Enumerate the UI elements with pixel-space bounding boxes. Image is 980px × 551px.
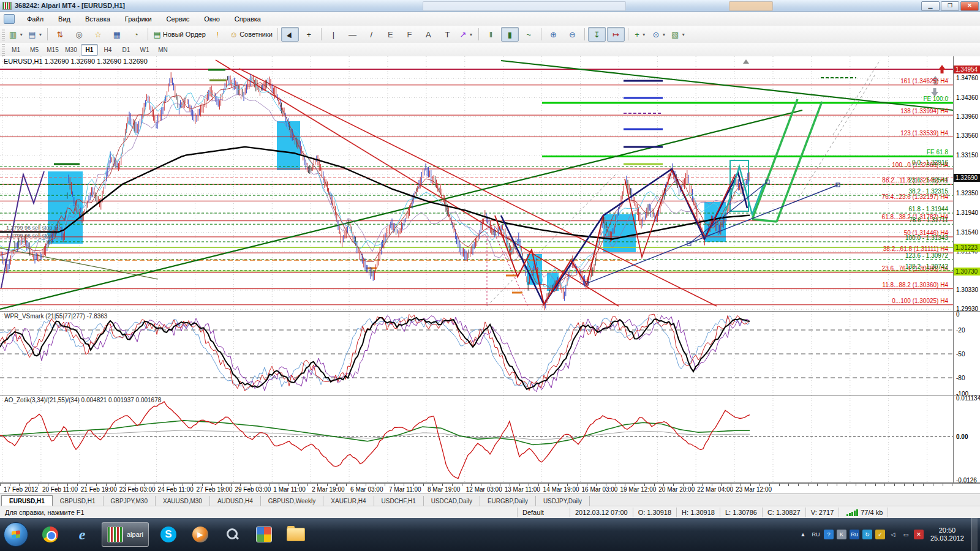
- ao-panel[interactable]: [0, 395, 953, 482]
- menu-Сервис[interactable]: Сервис: [159, 13, 197, 24]
- experts-button[interactable]: ☺Советники: [228, 27, 274, 42]
- tray-alert-icon[interactable]: ✕: [914, 530, 924, 539]
- maximize-button[interactable]: ❐: [941, 1, 959, 11]
- shift-button[interactable]: ↦: [607, 27, 625, 42]
- metaeditor-button[interactable]: !: [209, 27, 227, 42]
- wpr-panel[interactable]: [0, 312, 953, 395]
- new-chart-button[interactable]: ▥▼: [7, 27, 25, 42]
- horizontal-line-icon: —: [349, 30, 356, 39]
- bars-button[interactable]: ‖: [482, 27, 500, 42]
- trendline-button[interactable]: /: [363, 27, 380, 42]
- line-chart-button[interactable]: ~: [520, 27, 538, 42]
- market-watch-button[interactable]: ⇅: [51, 27, 69, 42]
- horizontal-line-button[interactable]: —: [344, 27, 361, 42]
- data-window-button[interactable]: ◎: [70, 27, 88, 42]
- price-chart[interactable]: 161 (1.34625) H4138 (1.33994) H4123 (1.3…: [0, 56, 953, 311]
- wpr-axis[interactable]: 0-20-50-80-100: [953, 312, 980, 395]
- status-profile[interactable]: Default: [518, 508, 570, 517]
- timeframe-M30[interactable]: M30: [62, 44, 80, 56]
- profiles-button[interactable]: ▤▼: [26, 27, 44, 42]
- timeframe-D1[interactable]: D1: [118, 44, 135, 56]
- timeframe-M1[interactable]: M1: [7, 44, 24, 56]
- tray-help-icon[interactable]: ?: [824, 530, 834, 539]
- start-button[interactable]: [4, 522, 28, 547]
- minimize-button[interactable]: ▁: [921, 1, 940, 11]
- taskbar-explorer[interactable]: [284, 523, 308, 546]
- candles-button[interactable]: ▮: [501, 27, 519, 42]
- tab-GBPJPY,M30[interactable]: GBPJPY,M30: [104, 496, 156, 506]
- svg-text:1.2799 96 sell stop: 1.2799 96 sell stop: [6, 225, 53, 231]
- time-axis[interactable]: 17 Feb 201220 Feb 11:0021 Feb 19:0023 Fe…: [0, 483, 980, 494]
- chart-tabs-bar: EURUSD,H1GBPUSD,H1GBPJPY,M30XAUUSD,M30AU…: [0, 493, 980, 506]
- tab-XAUEUR,H4[interactable]: XAUEUR,H4: [323, 496, 374, 506]
- taskbar-alpari-mt4[interactable]: alpari: [102, 522, 149, 547]
- new-chart-icon: ▥: [9, 30, 17, 39]
- timeframe-M15[interactable]: M15: [44, 44, 61, 56]
- menu-Файл[interactable]: Файл: [20, 13, 51, 24]
- tab-AUDUSD,H4[interactable]: AUDUSD,H4: [210, 496, 261, 506]
- tab-USDCAD,Daily[interactable]: USDCAD,Daily: [424, 496, 480, 506]
- ao-chart[interactable]: [0, 395, 953, 482]
- tray-keyboard-icon[interactable]: K: [837, 530, 846, 539]
- fibonacci-button[interactable]: F: [401, 27, 418, 42]
- navigator-button[interactable]: ☆: [89, 27, 107, 42]
- menu-Справка[interactable]: Справка: [227, 13, 268, 24]
- time-label: 16 Mar 03:00: [582, 486, 618, 493]
- tab-XAUUSD,M30[interactable]: XAUUSD,M30: [156, 496, 210, 506]
- text-label-button[interactable]: T: [439, 27, 456, 42]
- zoom-out-button[interactable]: ⊖: [564, 27, 581, 42]
- show-desktop-button[interactable]: [971, 518, 978, 551]
- strategy-tester-button[interactable]: ◔: [127, 27, 145, 42]
- taskbar-skype[interactable]: S: [156, 523, 181, 546]
- timeframe-H4[interactable]: H4: [99, 44, 116, 56]
- templates-button[interactable]: ▧▼: [669, 27, 687, 42]
- taskbar-internet-explorer[interactable]: e: [70, 523, 94, 546]
- taskbar-paint[interactable]: [252, 523, 276, 546]
- indicators-button[interactable]: +▼: [631, 27, 649, 42]
- autoscroll-button[interactable]: ↧: [588, 27, 606, 42]
- tray-language-ru-icon[interactable]: RU: [811, 530, 821, 539]
- vertical-line-button[interactable]: |: [325, 27, 342, 42]
- tray-network-icon[interactable]: ▭: [901, 530, 911, 539]
- arrows-button[interactable]: ↗▼: [458, 27, 475, 42]
- cursor-button[interactable]: ▶: [281, 27, 299, 42]
- new-order-button[interactable]: ▤Новый Ордер: [151, 27, 207, 42]
- price-axis[interactable]: 1.347601.343601.339601.335601.331501.323…: [953, 56, 980, 311]
- taskbar-magnifier[interactable]: [220, 523, 244, 546]
- timeframe-H1[interactable]: H1: [81, 44, 98, 56]
- close-button[interactable]: ✕: [960, 1, 979, 11]
- svg-text:138.2 - 1.30742: 138.2 - 1.30742: [905, 263, 948, 270]
- main-chart-panel[interactable]: 161 (1.34625) H4138 (1.33994) H4123 (1.3…: [0, 56, 953, 311]
- zoom-in-button[interactable]: ⊕: [545, 27, 562, 42]
- chrome-icon: [42, 527, 58, 542]
- wpr-chart[interactable]: [0, 312, 953, 395]
- tray-hidden-icons-icon[interactable]: ▲: [798, 530, 808, 539]
- timeframe-MN[interactable]: MN: [154, 44, 172, 56]
- menu-Окно[interactable]: Окно: [197, 13, 227, 24]
- tray-volume-icon[interactable]: ◁: [888, 530, 898, 539]
- taskbar-clock[interactable]: 20:50 25.03.2012: [930, 527, 964, 542]
- tray-sync-icon[interactable]: ↻: [862, 530, 872, 539]
- taskbar-chrome[interactable]: [38, 523, 62, 546]
- equidistant-channel-button[interactable]: E: [382, 27, 399, 42]
- tab-USDCHF,H1[interactable]: USDCHF,H1: [374, 496, 424, 506]
- tab-USDJPY,Daily[interactable]: USDJPY,Daily: [536, 496, 590, 506]
- tab-GBPUSD,Weekly[interactable]: GBPUSD,Weekly: [261, 496, 324, 506]
- menu-Графики[interactable]: Графики: [118, 13, 159, 24]
- tray-punto-ru-icon[interactable]: Ru: [850, 530, 859, 539]
- timeframe-W1[interactable]: W1: [136, 44, 153, 56]
- text-button[interactable]: A: [420, 27, 437, 42]
- menu-Вставка[interactable]: Вставка: [78, 13, 118, 24]
- price-tick: 1.31540: [956, 229, 978, 236]
- timeframe-M5[interactable]: M5: [26, 44, 43, 56]
- tab-EURUSD,H1[interactable]: EURUSD,H1: [1, 495, 53, 506]
- periods-button[interactable]: ⊙▼: [650, 27, 668, 42]
- terminal-button[interactable]: ▦: [108, 27, 126, 42]
- tray-shield-icon[interactable]: ✓: [875, 530, 885, 539]
- menu-Вид[interactable]: Вид: [51, 13, 78, 24]
- tab-GBPUSD,H1[interactable]: GBPUSD,H1: [53, 496, 104, 506]
- taskbar-media-player[interactable]: ▶: [188, 523, 213, 546]
- crosshair-button[interactable]: +: [300, 27, 318, 42]
- ao-axis[interactable]: 0.0111340.00-0.0126: [953, 395, 980, 482]
- tab-EURGBP,Daily[interactable]: EURGBP,Daily: [480, 496, 536, 506]
